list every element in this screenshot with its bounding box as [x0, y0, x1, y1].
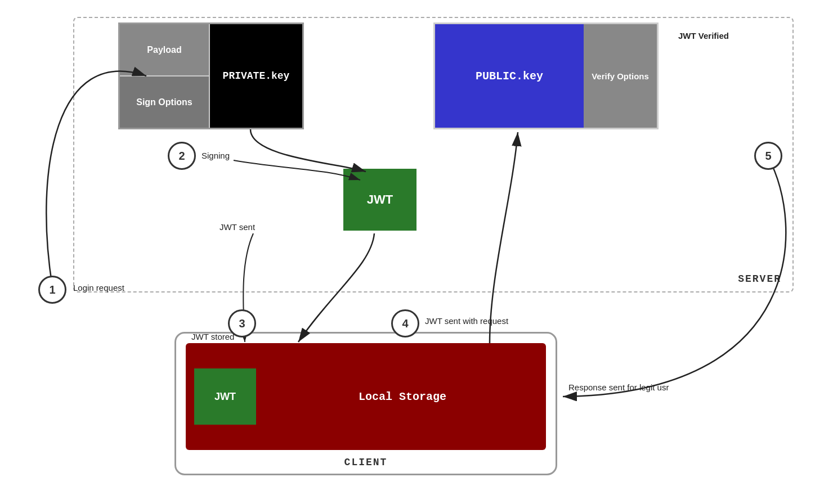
step-3-circle: 3 [228, 309, 256, 338]
private-key-box: PRIVATE.key [210, 24, 302, 128]
step-5-circle: 5 [754, 142, 782, 170]
jwt-verified-label: JWT Verified [675, 31, 732, 40]
step-2-label: Signing [201, 151, 230, 160]
local-storage-label: Local Storage [267, 390, 538, 403]
local-storage-box: JWT Local Storage [186, 343, 546, 450]
payload-label: Payload [147, 45, 181, 55]
verify-options-label: Verify Options [592, 71, 649, 81]
jwt-stored-box: JWT [194, 368, 256, 425]
client-label: CLIENT [344, 457, 388, 468]
sign-options-label: Sign Options [136, 97, 192, 107]
payload-box: Payload [120, 24, 210, 76]
verify-options-box: Verify Options [584, 24, 657, 128]
step-1-label: Login request [73, 283, 124, 292]
step-4-circle: 4 [391, 309, 419, 338]
public-key-box: PUBLIC.key [435, 24, 584, 128]
sign-box-left: Payload Sign Options [120, 24, 210, 128]
step-4-label: JWT sent with request [425, 316, 508, 326]
step-4-number: 4 [402, 317, 408, 330]
step-2-number: 2 [178, 150, 185, 163]
jwt-token-label: JWT [367, 192, 393, 207]
jwt-sent-label: JWT sent [220, 222, 255, 232]
jwt-stored-label: JWT [214, 391, 236, 403]
step-5-number: 5 [765, 150, 771, 163]
public-key-label: PUBLIC.key [476, 70, 543, 83]
step-1-number: 1 [49, 284, 55, 296]
step-3-label: JWT stored [191, 332, 234, 341]
verify-box: PUBLIC.key Verify Options [433, 22, 659, 129]
step-3-number: 3 [239, 317, 245, 330]
step-2-circle: 2 [168, 142, 196, 170]
step-1-circle: 1 [38, 276, 66, 304]
response-sent-label: Response sent for legit usr [568, 382, 669, 392]
sign-box: Payload Sign Options PRIVATE.key [118, 22, 304, 129]
sign-options-box: Sign Options [120, 76, 210, 128]
private-key-label: PRIVATE.key [223, 70, 290, 82]
server-label: SERVER [738, 273, 781, 285]
jwt-token-box: JWT [343, 169, 416, 231]
